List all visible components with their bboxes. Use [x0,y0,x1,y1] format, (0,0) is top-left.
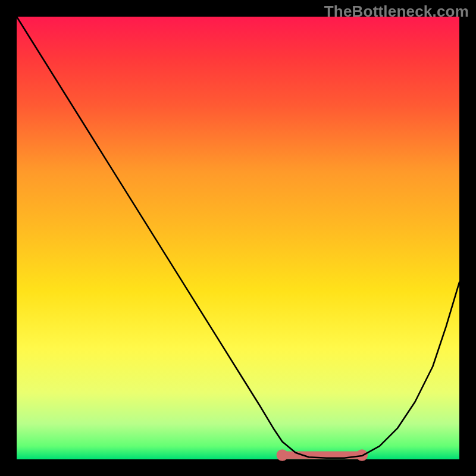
bottleneck-curve [17,17,459,458]
plot-area [17,17,459,459]
marker-cap-left [277,449,289,461]
chart-svg [17,17,459,459]
chart-container: TheBottleneck.com [0,0,476,476]
optimal-range-marker [277,449,368,461]
